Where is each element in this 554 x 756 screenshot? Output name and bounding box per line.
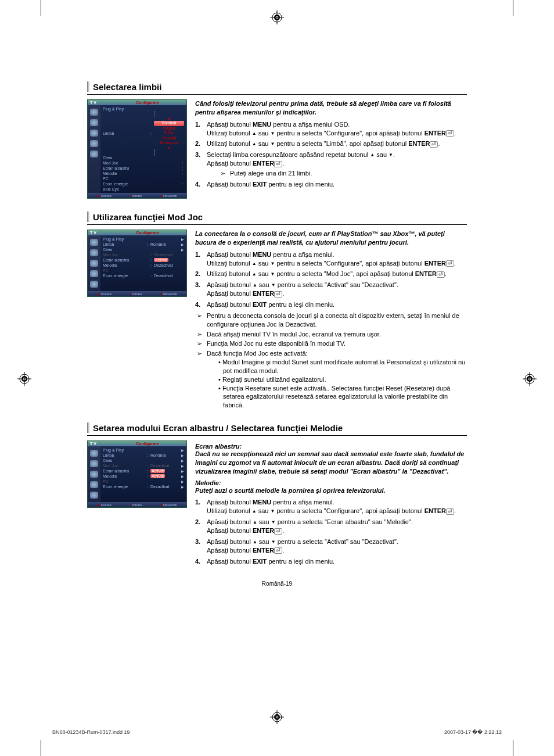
dropdown-option: Русский bbox=[154, 136, 184, 141]
footer-hint: Intrare bbox=[132, 194, 142, 198]
down-arrow-icon: ▼ bbox=[388, 152, 393, 157]
menu-item: Ecran albastru bbox=[103, 469, 146, 473]
step-text: Apăsaţi butonul EXIT pentru a ieşi din m… bbox=[207, 180, 467, 189]
step-text: Apăsaţi butonul EXIT pentru a ieşi din m… bbox=[207, 557, 467, 566]
note-arrow-icon: ➢ bbox=[195, 339, 203, 348]
crop-mark bbox=[41, 0, 41, 16]
step-number: 3. bbox=[195, 538, 207, 555]
enter-icon: ⏎ bbox=[274, 291, 282, 298]
tv-tab-icon bbox=[90, 239, 98, 246]
section-ecran-melodie: Setarea modului Ecran albastru / Selecta… bbox=[87, 422, 467, 568]
note-arrow-icon: ➢ bbox=[195, 311, 203, 329]
tv-tab-icon bbox=[90, 249, 98, 256]
menu-item: Plug & Play bbox=[103, 107, 184, 111]
tv-tab-icon bbox=[90, 119, 98, 126]
footer-timestamp: 2007-03-17 �� 2:22:12 bbox=[444, 729, 502, 735]
bullet-text: • Funcţia Resetare sunet este activată..… bbox=[218, 384, 467, 410]
page-number: Română-19 bbox=[87, 581, 467, 587]
section-intro: Puteţi auzi o scurtă melodie la pornirea… bbox=[195, 486, 467, 495]
down-arrow-icon: ▼ bbox=[271, 519, 276, 525]
up-arrow-icon: ▲ bbox=[252, 141, 257, 146]
bullet-text: • Modul Imagine şi modul Sunet sunt modi… bbox=[218, 358, 467, 375]
section-title: Selectarea limbii bbox=[93, 82, 161, 92]
up-arrow-icon: ▲ bbox=[253, 539, 257, 544]
step-number: 4. bbox=[195, 180, 207, 189]
menu-value-selected: Activat bbox=[150, 469, 165, 473]
registration-mark-icon bbox=[17, 372, 31, 386]
registration-mark-icon bbox=[523, 372, 537, 386]
menu-item: Econ. energie bbox=[103, 274, 149, 278]
footer-hint: Mutare bbox=[101, 194, 112, 198]
registration-mark-icon bbox=[270, 10, 284, 24]
enter-icon: ⏎ bbox=[446, 130, 454, 137]
menu-item: Melodie bbox=[103, 474, 146, 478]
menu-value: Dezactivat bbox=[153, 274, 184, 278]
up-arrow-icon: ▲ bbox=[252, 260, 257, 266]
menu-item: Limbă bbox=[103, 242, 146, 246]
tv-tab-icon bbox=[90, 260, 98, 267]
tv-tab-icon bbox=[90, 492, 98, 499]
tv-tab-icon bbox=[90, 471, 98, 478]
dropdown-option: Magyar bbox=[154, 126, 184, 131]
dropdown-option: Polski bbox=[154, 131, 184, 135]
menu-item: Mod Joc bbox=[103, 253, 149, 257]
step-number: 4. bbox=[195, 300, 207, 309]
menu-item: Melodie bbox=[103, 171, 181, 175]
step-text: Apăsaţi butonul MENU pentru a afişa meni… bbox=[207, 120, 467, 138]
tv-tab-icon bbox=[90, 281, 98, 288]
bullet-text: • Reglaţi sunetul utilizând egalizatorul… bbox=[218, 375, 467, 384]
step-text: Apăsaţi butonul ▲ sau ▼ pentru a selecta… bbox=[207, 538, 467, 555]
up-arrow-icon: ▲ bbox=[253, 282, 257, 288]
footer-filename: BN68-01234B-Rum-0317.indd 19 bbox=[52, 729, 130, 735]
section-mark-icon bbox=[87, 212, 89, 222]
menu-item: Econ. energie bbox=[103, 485, 146, 489]
enter-icon: ⏎ bbox=[274, 161, 282, 167]
enter-icon: ⏎ bbox=[446, 508, 454, 515]
step-text: Apăsaţi butonul EXIT pentru a ieşi din m… bbox=[207, 300, 467, 309]
crop-mark bbox=[41, 740, 41, 756]
menu-item: Mod Joc bbox=[103, 464, 146, 468]
menu-value: Dezactivat bbox=[153, 263, 184, 267]
note-arrow-icon: ➢ bbox=[195, 349, 203, 358]
section-mod-joc: Utilizarea funcţiei Mod Joc T VConfigura… bbox=[87, 212, 467, 410]
tv-tab-icon bbox=[90, 460, 98, 467]
down-arrow-icon: ▼ bbox=[271, 539, 276, 544]
menu-item: Ceas bbox=[103, 458, 181, 463]
footer-hint: Intrare bbox=[132, 503, 142, 507]
tv-menu-title: Configurare bbox=[111, 101, 184, 105]
section-mark-icon bbox=[87, 422, 89, 433]
footer-hint: Mutare bbox=[101, 292, 112, 296]
tv-menu-title: Configurare bbox=[111, 231, 184, 235]
tv-label: T V bbox=[90, 101, 111, 105]
footer-hint: Revenire bbox=[163, 292, 177, 296]
tv-menu-title: Configurare bbox=[111, 442, 184, 446]
tv-label: T V bbox=[90, 442, 111, 446]
menu-item: Melodie bbox=[103, 263, 149, 267]
footer-hint: Intrare bbox=[132, 292, 142, 296]
menu-item: Ceas bbox=[103, 156, 184, 160]
footer-hint: Revenire bbox=[163, 503, 177, 507]
up-arrow-icon: ▲ bbox=[252, 130, 257, 135]
enter-icon: ⏎ bbox=[274, 528, 282, 535]
menu-item: Ecran albastru bbox=[103, 258, 149, 262]
tv-tab-icon bbox=[90, 270, 98, 277]
menu-item: Mod Joc bbox=[103, 161, 181, 165]
crop-mark bbox=[513, 0, 513, 16]
section-title: Utilizarea funcţiei Mod Joc bbox=[93, 212, 203, 222]
tv-tab-icon bbox=[90, 450, 98, 457]
tv-tab-icon bbox=[90, 140, 98, 147]
menu-item: Ceas bbox=[103, 248, 181, 252]
menu-item: Plug & Play bbox=[103, 237, 181, 241]
menu-item: Blue Eye bbox=[103, 187, 184, 191]
step-number: 4. bbox=[195, 557, 207, 566]
menu-value: Dezactivat bbox=[149, 485, 181, 489]
section-header: Setarea modului Ecran albastru / Selecta… bbox=[87, 422, 467, 436]
step-number: 2. bbox=[195, 139, 207, 148]
section-intro: Când folosiţi televizorul pentru prima d… bbox=[195, 99, 467, 117]
menu-value: Română bbox=[149, 453, 181, 457]
note-text: Dacă afişaţi meniul TV în modul Joc, ecr… bbox=[207, 330, 381, 339]
sub-heading: Melodie: bbox=[195, 479, 467, 486]
footer-hint: Revenire bbox=[163, 194, 177, 198]
section-intro: La conectarea la o consolă de jocuri, cu… bbox=[195, 230, 467, 247]
section-header: Utilizarea funcţiei Mod Joc bbox=[87, 212, 467, 225]
